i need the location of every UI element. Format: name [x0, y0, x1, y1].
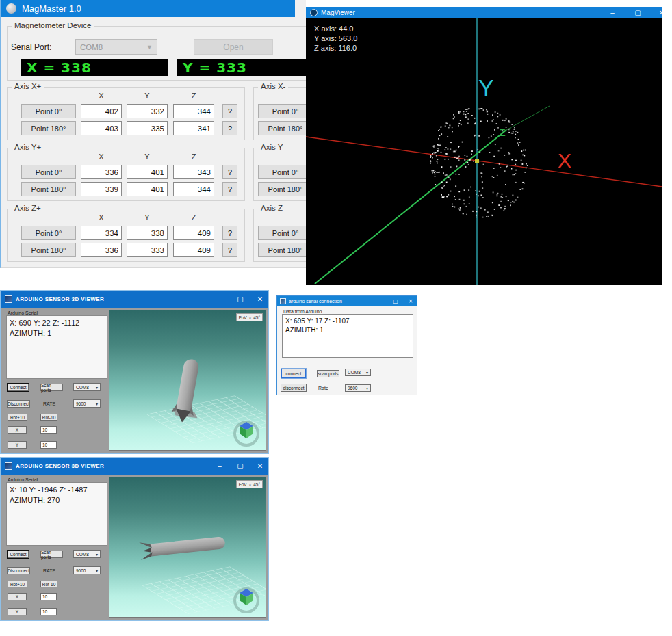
maximize-button[interactable]: ▢ [232, 291, 248, 308]
yplus-point0-button[interactable]: Point 0° [21, 165, 76, 179]
magmaster-titlebar[interactable]: MagMaster 1.0 [1, 0, 295, 17]
axis-z-minus-label: Axis Z- [258, 204, 288, 212]
zplus-p0-x-field[interactable] [81, 226, 122, 240]
3d-viewport[interactable]: FoV ⌄ 45° [109, 477, 266, 618]
axis-y-minus-group: Axis Y- Point 0° Point 180° [253, 148, 306, 201]
yplus-p0-x-field[interactable] [81, 165, 122, 179]
zplus-p180-y-field[interactable] [127, 243, 168, 257]
rate-value: 9600 [76, 568, 86, 573]
zminus-point180-button[interactable]: Point 180° [258, 243, 306, 257]
yplus-p0-help-button[interactable]: ? [222, 165, 237, 179]
xplus-p0-y-field[interactable] [127, 104, 168, 118]
port-select[interactable]: COM8 ▾ [345, 369, 371, 376]
x-axis-button[interactable]: X [8, 426, 27, 434]
rate-select[interactable]: 9600 ▾ [345, 384, 371, 392]
rot-minus10-button[interactable]: Rot-10 [40, 414, 57, 421]
close-button[interactable]: ✕ [404, 296, 417, 306]
connect-button[interactable]: Connect [8, 384, 29, 391]
yplus-p180-help-button[interactable]: ? [222, 182, 237, 196]
serial-data-textarea[interactable]: X: 10 Y: -1946 Z: -1487 AZIMUTH: 270 [6, 482, 107, 546]
y-axis-button[interactable]: Y [8, 441, 27, 449]
zplus-point180-button[interactable]: Point 180° [21, 243, 76, 257]
arduino2-titlebar[interactable]: ARDUINO SENSOR 3D VIEWER [1, 458, 268, 475]
serial-port-select[interactable]: COM8 ▼ [75, 39, 157, 55]
yplus-p180-z-field[interactable] [173, 182, 214, 196]
zplus-p0-y-field[interactable] [127, 226, 168, 240]
xplus-p180-z-field[interactable] [173, 121, 214, 135]
connect-button[interactable]: connect [281, 369, 306, 378]
scan-ports-button[interactable]: Scan ports [40, 384, 63, 391]
xplus-p180-help-button[interactable]: ? [222, 121, 237, 135]
rot-minus10-button[interactable]: Rot-10 [40, 581, 57, 587]
close-button[interactable]: ✕ [651, 7, 662, 18]
y-step-field[interactable] [40, 608, 57, 615]
zplus-p180-help-button[interactable]: ? [222, 243, 237, 257]
rot-plus10-button[interactable]: Rot+10 [8, 414, 27, 421]
minimize-button[interactable]: – [602, 7, 623, 18]
fov-value: 45° [253, 482, 260, 487]
maximize-button[interactable]: ▢ [628, 7, 648, 18]
xplus-point180-button[interactable]: Point 180° [21, 121, 76, 135]
disconnect-button[interactable]: Disconnect [7, 400, 30, 408]
viewport-scene-svg [109, 310, 266, 451]
yplus-p180-y-field[interactable] [127, 182, 168, 196]
x-step-field[interactable] [40, 426, 57, 434]
viewport-scene-svg [109, 477, 266, 618]
rot-plus10-button[interactable]: Rot+10 [8, 581, 27, 587]
xplus-p0-z-field[interactable] [173, 104, 214, 118]
zplus-p0-help-button[interactable]: ? [222, 226, 237, 240]
orbit-gizmo-icon[interactable] [235, 589, 258, 612]
orbit-gizmo-icon[interactable] [235, 422, 258, 445]
minimize-button[interactable]: – [211, 458, 228, 475]
minimize-button[interactable]: – [373, 296, 387, 306]
magviewer-3d-scene[interactable]: X axis: 44.0 Y axis: 563.0 Z axis: 116.0… [306, 18, 662, 285]
yminus-point180-button[interactable]: Point 180° [258, 182, 306, 196]
xminus-point180-button[interactable]: Point 180° [258, 121, 306, 135]
scan-ports-button[interactable]: scan ports [317, 370, 339, 377]
yplus-p0-y-field[interactable] [127, 165, 168, 179]
serial-data-textarea[interactable]: X: 695 Y: 17 Z: -1107 AZIMUTH: 1 [282, 314, 413, 358]
rate-select[interactable]: 9600 ▾ [73, 566, 101, 574]
y-axis-button[interactable]: Y [8, 608, 27, 615]
y-axis-label: Y [478, 75, 494, 101]
xplus-point0-button[interactable]: Point 0° [21, 104, 76, 118]
fov-control[interactable]: FoV ⌄ 45° [236, 313, 263, 321]
port-select[interactable]: COM8 ▾ [73, 383, 101, 391]
connect-button[interactable]: Connect [8, 551, 29, 558]
scan-ports-button[interactable]: Scan ports [40, 551, 63, 558]
serial-data-textarea[interactable]: X: 690 Y: 22 Z: -1112 AZIMUTH: 1 [6, 315, 107, 379]
x-step-field[interactable] [40, 593, 57, 600]
zplus-p180-x-field[interactable] [81, 243, 122, 257]
y-axis-readout: Y axis: 563.0 [314, 34, 357, 43]
arduino1-titlebar[interactable]: ARDUINO SENSOR 3D VIEWER [1, 291, 268, 308]
open-button-label: Open [223, 42, 243, 52]
close-button[interactable]: ✕ [252, 458, 268, 475]
close-button[interactable]: ✕ [252, 291, 268, 308]
rate-select[interactable]: 9600 ▾ [73, 399, 101, 408]
xplus-p0-x-field[interactable] [81, 104, 122, 118]
chevron-down-icon: ▾ [96, 552, 98, 557]
disconnect-button[interactable]: Disconnect [7, 567, 30, 574]
open-button[interactable]: Open [194, 39, 273, 55]
3d-viewport[interactable]: FoV ⌄ 45° [109, 310, 266, 451]
y-step-field[interactable] [40, 441, 57, 449]
xplus-p180-x-field[interactable] [81, 121, 122, 135]
yplus-point180-button[interactable]: Point 180° [21, 182, 76, 196]
maximize-button[interactable]: ▢ [389, 296, 402, 306]
zplus-p180-z-field[interactable] [173, 243, 214, 257]
yplus-p180-x-field[interactable] [81, 182, 122, 196]
yminus-point0-button[interactable]: Point 0° [258, 165, 306, 179]
zplus-p0-z-field[interactable] [173, 226, 214, 240]
maximize-button[interactable]: ▢ [232, 458, 248, 475]
x-axis-button[interactable]: X [8, 593, 27, 600]
minimize-button[interactable]: – [211, 291, 228, 308]
xminus-point0-button[interactable]: Point 0° [258, 104, 306, 118]
zminus-point0-button[interactable]: Point 0° [258, 226, 306, 240]
xplus-p0-help-button[interactable]: ? [222, 104, 237, 118]
disconnect-button[interactable]: disconnect [281, 384, 307, 392]
xplus-p180-y-field[interactable] [127, 121, 168, 135]
yplus-p0-z-field[interactable] [173, 165, 214, 179]
fov-control[interactable]: FoV ⌄ 45° [236, 480, 263, 488]
zplus-point0-button[interactable]: Point 0° [21, 226, 76, 240]
port-select[interactable]: COM8 ▾ [73, 550, 101, 558]
